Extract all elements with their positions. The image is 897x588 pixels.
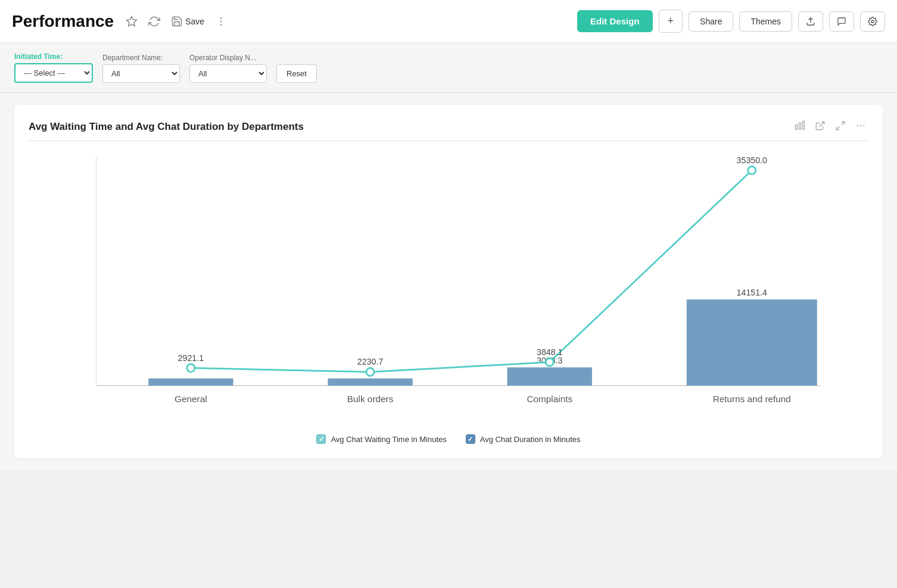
xlabel-bulkorders: Bulk orders xyxy=(347,394,394,404)
operator-display-label: Operator Display N... xyxy=(189,54,267,62)
xlabel-returns: Returns and refund xyxy=(713,394,791,404)
operator-display-filter: Operator Display N... All xyxy=(189,54,267,83)
svg-rect-8 xyxy=(803,122,805,130)
chart-more-icon[interactable] xyxy=(853,119,868,135)
bar-returns-duration xyxy=(687,300,817,386)
settings-icon[interactable] xyxy=(860,11,885,32)
label-returns-duration: 14151.4 xyxy=(737,288,767,297)
chart-title: Avg Waiting Time and Avg Chat Duration b… xyxy=(29,121,304,133)
dot-returns xyxy=(748,166,756,174)
initiated-time-select[interactable]: --- Select --- xyxy=(14,63,93,83)
save-button[interactable]: Save xyxy=(169,13,207,30)
more-options-icon[interactable] xyxy=(213,13,229,30)
label-general-waiting: 2921.1 xyxy=(178,353,204,363)
initiated-time-label: Initiated Time: xyxy=(14,52,93,61)
expand-icon[interactable] xyxy=(833,119,848,135)
chart-svg-wrapper: 3028.3 14151.4 2921.1 2230.7 3848.1 xyxy=(29,151,868,427)
header-right: Edit Design + Share Themes xyxy=(577,10,885,33)
svg-rect-6 xyxy=(796,125,798,130)
department-name-label: Department Name: xyxy=(102,54,180,62)
legend-duration-label: Avg Chat Duration in Minutes xyxy=(480,435,581,444)
bar-complaints-duration xyxy=(507,368,592,386)
themes-button[interactable]: Themes xyxy=(739,11,792,32)
refresh-icon[interactable] xyxy=(146,13,163,30)
svg-point-5 xyxy=(871,20,874,23)
chart-header-icons xyxy=(792,119,868,135)
export-icon[interactable] xyxy=(798,11,823,32)
svg-line-10 xyxy=(842,122,845,125)
department-name-filter: Department Name: All xyxy=(102,54,180,83)
chart-svg: 3028.3 14151.4 2921.1 2230.7 3848.1 xyxy=(29,151,868,425)
chart-bar-icon[interactable] xyxy=(792,119,808,135)
add-button[interactable]: + xyxy=(659,10,683,33)
svg-point-14 xyxy=(863,125,864,126)
svg-point-13 xyxy=(860,125,861,126)
save-label: Save xyxy=(185,17,204,26)
xlabel-general: General xyxy=(175,394,207,404)
header: Performance Save Edit Design + Share The… xyxy=(0,0,897,43)
legend-duration-checkbox: ✓ xyxy=(466,434,475,444)
chart-divider xyxy=(29,141,868,141)
legend-waiting-label: Avg Chat Waiting Time in Minutes xyxy=(331,435,446,444)
chart-card: Avg Waiting Time and Avg Chat Duration b… xyxy=(14,105,883,458)
svg-rect-7 xyxy=(799,123,801,130)
svg-line-9 xyxy=(820,122,824,126)
chart-header: Avg Waiting Time and Avg Chat Duration b… xyxy=(29,119,868,135)
legend-waiting-checkbox: ✓ xyxy=(316,434,326,444)
label-complaints-waiting: 3848.1 xyxy=(537,347,563,357)
dot-bulkorders xyxy=(366,368,374,376)
filters-bar: Initiated Time: --- Select --- Departmen… xyxy=(0,43,897,93)
svg-marker-0 xyxy=(127,16,137,26)
label-returns-waiting: 35350.0 xyxy=(737,155,767,165)
svg-line-11 xyxy=(836,127,839,130)
comment-icon[interactable] xyxy=(829,11,854,32)
bar-general-duration xyxy=(148,378,233,385)
line-waiting-time xyxy=(191,170,752,372)
bar-bulkorders-duration xyxy=(328,378,412,385)
svg-point-3 xyxy=(220,24,222,26)
initiated-time-filter: Initiated Time: --- Select --- xyxy=(14,52,93,83)
svg-point-2 xyxy=(220,20,222,22)
operator-display-select[interactable]: All xyxy=(189,64,267,83)
star-icon[interactable] xyxy=(123,13,140,30)
svg-point-1 xyxy=(220,17,222,18)
dot-general xyxy=(187,364,195,372)
legend-duration: ✓ Avg Chat Duration in Minutes xyxy=(466,434,581,444)
share-button[interactable]: Share xyxy=(689,11,733,32)
edit-design-button[interactable]: Edit Design xyxy=(577,10,653,32)
label-bulkorders-waiting: 2230.7 xyxy=(357,357,384,366)
page-title: Performance xyxy=(12,12,114,31)
dot-complaints xyxy=(546,358,553,366)
xlabel-complaints: Complaints xyxy=(527,394,572,404)
department-name-select[interactable]: All xyxy=(102,64,180,83)
svg-point-12 xyxy=(857,125,858,126)
external-link-icon[interactable] xyxy=(812,119,828,135)
chart-container: Avg Waiting Time and Avg Chat Duration b… xyxy=(0,93,897,470)
legend-waiting: ✓ Avg Chat Waiting Time in Minutes xyxy=(316,434,446,444)
reset-button[interactable]: Reset xyxy=(276,64,317,83)
chart-legend: ✓ Avg Chat Waiting Time in Minutes ✓ Avg… xyxy=(29,434,868,444)
header-icons: Save xyxy=(123,13,577,30)
